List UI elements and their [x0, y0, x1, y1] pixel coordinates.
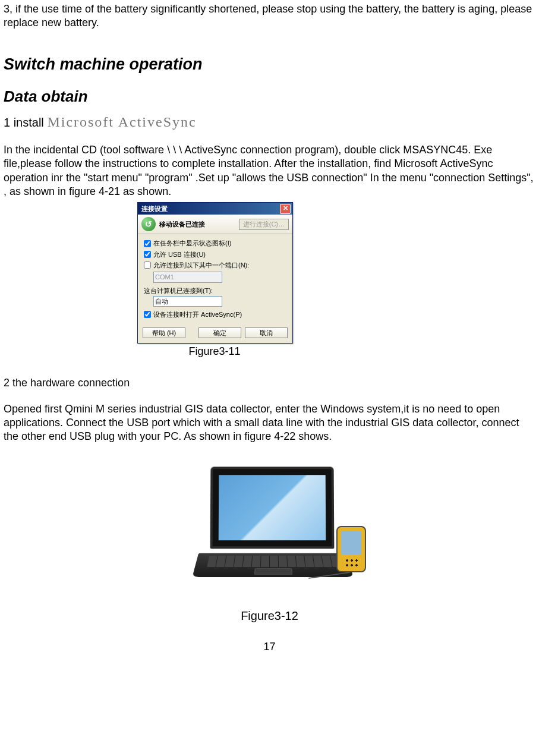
step1-prefix: 1 install	[4, 116, 47, 129]
gis-device-icon	[336, 526, 366, 572]
close-icon[interactable]: ✕	[280, 204, 291, 214]
step1-product: Microsoft ActiveSync	[47, 114, 196, 130]
connected-to-label: 这台计算机已连接到(T):	[144, 286, 286, 295]
step1-paragraph: In the incidental CD (tool software \ \ …	[4, 143, 535, 199]
page-number: 17	[4, 640, 535, 654]
figure-3-11-caption: Figure3-11	[137, 345, 292, 358]
help-button[interactable]: 帮助 (H)	[143, 327, 185, 338]
allow-usb-checkbox[interactable]	[144, 251, 151, 258]
connect-button[interactable]: 进行连接(C)…	[239, 219, 289, 229]
cancel-button[interactable]: 取消	[245, 327, 288, 338]
dialog-status-text: 移动设备已连接	[159, 220, 235, 228]
step1-title: 1 install Microsoft ActiveSync	[4, 113, 535, 131]
ok-button[interactable]: 确定	[198, 327, 241, 338]
tray-icon-checkbox[interactable]	[144, 240, 151, 247]
step2-paragraph: Opened first Qmini M series industrial G…	[4, 402, 535, 444]
connection-settings-dialog: 连接设置 ✕ ↺ 移动设备已连接 进行连接(C)… 在任务栏中显示状态图标(I)…	[137, 202, 293, 343]
open-activesync-label: 设备连接时打开 ActiveSync(P)	[153, 310, 242, 319]
sync-icon: ↺	[141, 217, 156, 231]
dialog-titlebar: 连接设置 ✕	[138, 203, 292, 215]
allow-port-label: 允许连接到以下其中一个端口(N):	[153, 261, 249, 269]
open-activesync-checkbox[interactable]	[144, 311, 151, 318]
allow-port-checkbox[interactable]	[144, 262, 151, 269]
com-port-select[interactable]: COM1	[153, 272, 222, 282]
heading-switch-machine: Switch machine operation	[4, 54, 535, 75]
dialog-status-row: ↺ 移动设备已连接 进行连接(C)…	[138, 215, 292, 234]
figure-3-12-caption: Figure3-12	[4, 608, 535, 623]
connected-to-select[interactable]: 自动	[153, 296, 222, 307]
heading-data-obtain: Data obtain	[4, 87, 535, 107]
laptop-device-illustration	[169, 462, 371, 593]
intro-paragraph: 3, if the use time of the battery signif…	[4, 2, 535, 30]
dialog-title: 连接设置	[141, 204, 168, 213]
step2-title: 2 the hardware connection	[4, 376, 535, 390]
allow-usb-label: 允许 USB 连接(U)	[153, 250, 206, 259]
tray-icon-label: 在任务栏中显示状态图标(I)	[153, 239, 231, 247]
